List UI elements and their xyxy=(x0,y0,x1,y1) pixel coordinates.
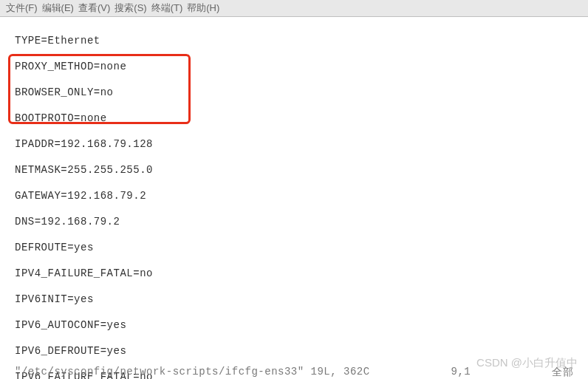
menu-search[interactable]: 搜索(S) xyxy=(114,1,146,15)
menu-file[interactable]: 文件(F) xyxy=(6,1,38,15)
config-line: BROWSER_ONLY=no xyxy=(15,86,588,100)
config-line: TYPE=Ethernet xyxy=(15,35,588,48)
config-line: IPV6_DEFROUTE=yes xyxy=(15,345,588,358)
menu-edit[interactable]: 编辑(E) xyxy=(42,1,74,15)
config-line: DNS=192.168.79.2 xyxy=(15,216,588,229)
status-file-info: "/etc/sysconfig/network-scripts/ifcfg-en… xyxy=(15,366,370,379)
menu-terminal[interactable]: 终端(T) xyxy=(151,1,183,15)
config-line: DEFROUTE=yes xyxy=(15,242,588,255)
config-line: IPADDR=192.168.79.128 xyxy=(15,138,588,151)
config-line: BOOTPROTO=none xyxy=(15,112,588,126)
config-line: PROXY_METHOD=none xyxy=(15,61,588,74)
config-line: GATEWAY=192.168.79.2 xyxy=(15,190,588,203)
config-line: IPV6_AUTOCONF=yes xyxy=(15,319,588,332)
config-line: IPV6INIT=yes xyxy=(15,293,588,307)
vim-status-line: "/etc/sysconfig/network-scripts/ifcfg-en… xyxy=(0,366,588,379)
menubar: 文件(F) 编辑(E) 查看(V) 搜索(S) 终端(T) 帮助(H) xyxy=(0,0,588,17)
menu-view[interactable]: 查看(V) xyxy=(78,1,110,15)
status-cursor-pos: 9,1 xyxy=(451,366,471,379)
config-line: NETMASK=255.255.255.0 xyxy=(15,164,588,177)
menu-help[interactable]: 帮助(H) xyxy=(187,1,219,15)
editor-area[interactable]: TYPE=Ethernet PROXY_METHOD=none BROWSER_… xyxy=(0,17,588,379)
config-line: IPV4_FAILURE_FATAL=no xyxy=(15,267,588,281)
status-scroll: 全部 xyxy=(552,366,573,379)
